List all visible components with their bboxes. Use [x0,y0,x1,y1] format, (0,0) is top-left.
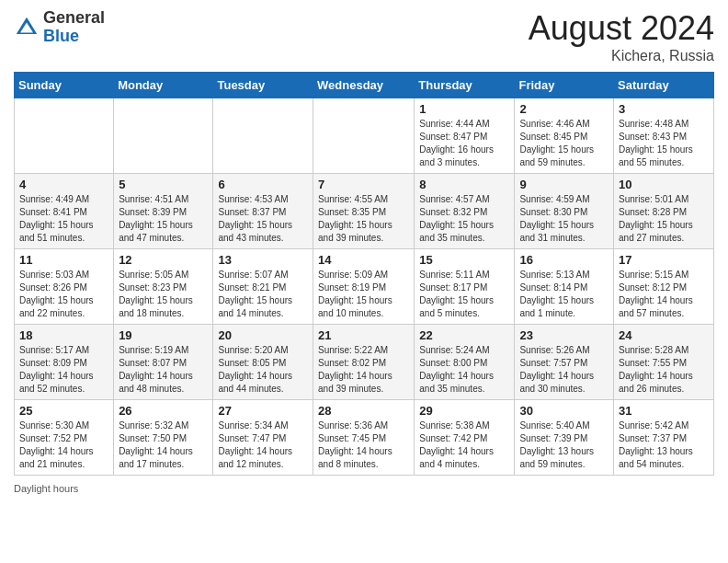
day-cell [15,98,114,174]
day-info: Sunrise: 5:15 AM Sunset: 8:12 PM Dayligh… [619,269,709,320]
day-cell: 12Sunrise: 5:05 AM Sunset: 8:23 PM Dayli… [114,249,213,325]
day-cell: 31Sunrise: 5:42 AM Sunset: 7:37 PM Dayli… [614,400,714,476]
day-info: Sunrise: 4:46 AM Sunset: 8:45 PM Dayligh… [519,118,609,169]
col-header-monday: Monday [114,73,213,98]
week-row-1: 1Sunrise: 4:44 AM Sunset: 8:47 PM Daylig… [15,98,714,174]
day-info: Sunrise: 5:24 AM Sunset: 8:00 PM Dayligh… [419,344,509,396]
week-row-2: 4Sunrise: 4:49 AM Sunset: 8:41 PM Daylig… [15,174,714,249]
day-cell: 7Sunrise: 4:55 AM Sunset: 8:35 PM Daylig… [313,174,415,249]
day-cell: 1Sunrise: 4:44 AM Sunset: 8:47 PM Daylig… [415,98,515,174]
day-number: 22 [419,328,509,342]
day-cell: 23Sunrise: 5:26 AM Sunset: 7:57 PM Dayli… [515,325,614,400]
day-number: 15 [419,253,509,267]
day-cell [213,98,313,174]
day-cell: 11Sunrise: 5:03 AM Sunset: 8:26 PM Dayli… [15,249,114,325]
day-cell: 30Sunrise: 5:40 AM Sunset: 7:39 PM Dayli… [515,400,614,476]
day-info: Sunrise: 5:03 AM Sunset: 8:26 PM Dayligh… [19,269,108,320]
day-number: 11 [19,253,108,267]
col-header-friday: Friday [515,73,614,98]
page-header: General Blue August 2024 Kichera, Russia [14,9,714,64]
day-cell: 4Sunrise: 4:49 AM Sunset: 8:41 PM Daylig… [15,174,114,249]
day-number: 27 [218,404,308,418]
day-number: 13 [218,253,308,267]
day-cell: 2Sunrise: 4:46 AM Sunset: 8:45 PM Daylig… [515,98,614,174]
week-row-3: 11Sunrise: 5:03 AM Sunset: 8:26 PM Dayli… [15,249,714,325]
week-row-4: 18Sunrise: 5:17 AM Sunset: 8:09 PM Dayli… [15,325,714,400]
col-header-tuesday: Tuesday [213,73,313,98]
day-info: Sunrise: 5:22 AM Sunset: 8:02 PM Dayligh… [318,344,409,396]
col-header-sunday: Sunday [15,73,114,98]
day-cell: 16Sunrise: 5:13 AM Sunset: 8:14 PM Dayli… [515,249,614,325]
day-info: Sunrise: 5:05 AM Sunset: 8:23 PM Dayligh… [119,269,208,320]
day-number: 20 [218,328,308,342]
calendar-body: 1Sunrise: 4:44 AM Sunset: 8:47 PM Daylig… [15,98,714,476]
col-header-thursday: Thursday [415,73,515,98]
day-number: 5 [119,178,208,191]
day-info: Sunrise: 5:38 AM Sunset: 7:42 PM Dayligh… [419,419,509,471]
day-cell: 20Sunrise: 5:20 AM Sunset: 8:05 PM Dayli… [213,325,313,400]
day-info: Sunrise: 4:59 AM Sunset: 8:30 PM Dayligh… [519,193,609,245]
month-year: August 2024 [529,9,714,48]
day-info: Sunrise: 5:07 AM Sunset: 8:21 PM Dayligh… [218,269,308,320]
generalblue-logo-icon [14,15,40,40]
day-cell: 10Sunrise: 5:01 AM Sunset: 8:28 PM Dayli… [614,174,714,249]
day-number: 14 [318,253,409,267]
day-number: 3 [619,102,709,116]
day-info: Sunrise: 4:44 AM Sunset: 8:47 PM Dayligh… [419,118,509,169]
day-info: Sunrise: 4:55 AM Sunset: 8:35 PM Dayligh… [318,193,409,245]
day-info: Sunrise: 5:26 AM Sunset: 7:57 PM Dayligh… [519,344,609,396]
day-cell: 29Sunrise: 5:38 AM Sunset: 7:42 PM Dayli… [415,400,515,476]
day-info: Sunrise: 5:32 AM Sunset: 7:50 PM Dayligh… [119,419,208,471]
daylight-label: Daylight hours [14,483,78,494]
week-row-5: 25Sunrise: 5:30 AM Sunset: 7:52 PM Dayli… [15,400,714,476]
day-cell [313,98,415,174]
day-number: 24 [619,328,709,342]
day-cell: 8Sunrise: 4:57 AM Sunset: 8:32 PM Daylig… [415,174,515,249]
day-info: Sunrise: 5:19 AM Sunset: 8:07 PM Dayligh… [119,344,208,396]
day-number: 23 [519,328,609,342]
day-number: 12 [119,253,208,267]
day-info: Sunrise: 5:13 AM Sunset: 8:14 PM Dayligh… [519,269,609,320]
day-cell: 24Sunrise: 5:28 AM Sunset: 7:55 PM Dayli… [614,325,714,400]
day-cell: 14Sunrise: 5:09 AM Sunset: 8:19 PM Dayli… [313,249,415,325]
day-info: Sunrise: 4:51 AM Sunset: 8:39 PM Dayligh… [119,193,208,245]
day-info: Sunrise: 5:11 AM Sunset: 8:17 PM Dayligh… [419,269,509,320]
day-info: Sunrise: 5:01 AM Sunset: 8:28 PM Dayligh… [619,193,709,245]
day-cell: 19Sunrise: 5:19 AM Sunset: 8:07 PM Dayli… [114,325,213,400]
day-info: Sunrise: 5:09 AM Sunset: 8:19 PM Dayligh… [318,269,409,320]
day-info: Sunrise: 5:28 AM Sunset: 7:55 PM Dayligh… [619,344,709,396]
day-number: 29 [419,404,509,418]
logo: General Blue [14,9,105,46]
day-number: 1 [419,102,509,116]
day-number: 18 [19,328,108,342]
day-cell: 3Sunrise: 4:48 AM Sunset: 8:43 PM Daylig… [614,98,714,174]
day-cell: 27Sunrise: 5:34 AM Sunset: 7:47 PM Dayli… [213,400,313,476]
logo-text: General Blue [43,9,105,46]
day-info: Sunrise: 5:17 AM Sunset: 8:09 PM Dayligh… [19,344,108,396]
day-cell: 6Sunrise: 4:53 AM Sunset: 8:37 PM Daylig… [213,174,313,249]
day-info: Sunrise: 5:34 AM Sunset: 7:47 PM Dayligh… [218,419,308,471]
day-number: 17 [619,253,709,267]
day-info: Sunrise: 4:48 AM Sunset: 8:43 PM Dayligh… [619,118,709,169]
footer: Daylight hours [14,483,714,494]
calendar-header: SundayMondayTuesdayWednesdayThursdayFrid… [15,73,714,98]
day-cell: 18Sunrise: 5:17 AM Sunset: 8:09 PM Dayli… [15,325,114,400]
day-number: 8 [419,178,509,191]
day-number: 31 [619,404,709,418]
day-cell: 25Sunrise: 5:30 AM Sunset: 7:52 PM Dayli… [15,400,114,476]
day-info: Sunrise: 4:57 AM Sunset: 8:32 PM Dayligh… [419,193,509,245]
day-info: Sunrise: 5:42 AM Sunset: 7:37 PM Dayligh… [619,419,709,471]
day-number: 2 [519,102,609,116]
day-cell: 5Sunrise: 4:51 AM Sunset: 8:39 PM Daylig… [114,174,213,249]
day-cell: 28Sunrise: 5:36 AM Sunset: 7:45 PM Dayli… [313,400,415,476]
day-number: 7 [318,178,409,191]
day-info: Sunrise: 5:20 AM Sunset: 8:05 PM Dayligh… [218,344,308,396]
day-number: 6 [218,178,308,191]
logo-blue: Blue [43,27,79,45]
day-info: Sunrise: 4:53 AM Sunset: 8:37 PM Dayligh… [218,193,308,245]
day-number: 9 [519,178,609,191]
day-info: Sunrise: 5:36 AM Sunset: 7:45 PM Dayligh… [318,419,409,471]
day-number: 21 [318,328,409,342]
day-cell: 21Sunrise: 5:22 AM Sunset: 8:02 PM Dayli… [313,325,415,400]
day-info: Sunrise: 5:40 AM Sunset: 7:39 PM Dayligh… [519,419,609,471]
